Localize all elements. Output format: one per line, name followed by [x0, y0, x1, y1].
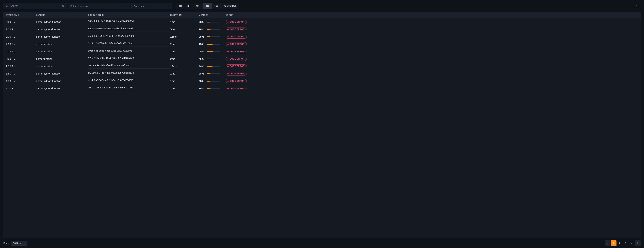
cell-memory: 28%: [199, 28, 226, 31]
memory-bar: [207, 73, 220, 74]
error-type-dropdown[interactable]: Error type: [132, 3, 172, 10]
cell-lambda: demo-python-function: [36, 21, 88, 24]
cell-execution-id: 4fddb0a5-349a-45a2-b0ae-5c033d60d8f5: [88, 79, 170, 83]
error-badge[interactable]: CODE ERROR: [226, 28, 247, 31]
error-badge[interactable]: CODE ERROR: [226, 35, 247, 39]
error-badge-label: CODE ERROR: [230, 87, 244, 90]
error-dot-icon: [228, 51, 228, 52]
cell-lambda: demo-python-function: [36, 80, 88, 83]
clear-search-icon[interactable]: [62, 5, 64, 8]
page-prev-button[interactable]: [605, 240, 610, 246]
col-error: ERROR: [226, 14, 638, 16]
svg-point-0: [6, 5, 8, 7]
error-badge[interactable]: CODE ERROR: [226, 20, 247, 24]
table-row[interactable]: 2:09 PMdemo-python-function8ac58f84-8ccc…: [3, 26, 641, 33]
table-row[interactable]: 2:09 PMdemo-python-function360840a1-0d46…: [3, 33, 641, 41]
rows-per-page-dropdown[interactable]: 10 Rows: [11, 240, 27, 246]
error-badge-label: CODE ERROR: [230, 50, 244, 53]
cell-memory: 45%: [199, 57, 226, 60]
search-input[interactable]: [10, 5, 60, 8]
cell-start-time: 1:50 PM: [6, 72, 36, 75]
time-range-custom1d[interactable]: Custom(1d): [221, 3, 239, 9]
memory-bar: [207, 81, 220, 82]
table-row[interactable]: 2:09 PMdemo-function10c7c34f-03bf-43ff-9…: [3, 63, 641, 70]
col-start-time: START TIME: [6, 14, 36, 16]
table-body: 2:09 PMdemo-python-function903a6bbd-c0e7…: [3, 18, 641, 238]
table-row[interactable]: 1:50 PMdemo-python-function4fddb0a5-349a…: [3, 77, 641, 85]
memory-bar: [207, 66, 220, 67]
cell-execution-id: a0cb7ddd-d284-4a96-aa98-861caf703a38: [88, 86, 170, 91]
error-badge-label: CODE ERROR: [230, 36, 244, 38]
cell-lambda: demo-python-function: [36, 28, 88, 31]
col-duration: DURATION: [170, 14, 199, 16]
page-button-3[interactable]: 3: [623, 240, 628, 246]
time-range-12h[interactable]: 12H: [193, 3, 203, 9]
rows-per-page-value: 10 Rows: [13, 242, 22, 244]
error-badge-label: CODE ERROR: [230, 73, 244, 75]
time-range-1w[interactable]: 1W: [212, 3, 221, 9]
cell-start-time: 2:09 PM: [6, 57, 36, 60]
table-row[interactable]: 2:09 PMdemo-functiona0885f41-cd41-4a8f-b…: [3, 48, 641, 55]
memory-percent: 45%: [199, 50, 206, 53]
table-row[interactable]: 2:09 PMdemo-function11f3b12a-f086-4a2d-9…: [3, 41, 641, 48]
select-functions-label: Select functions: [70, 5, 88, 8]
cell-memory: 44%: [199, 65, 226, 68]
time-range-3h[interactable]: 3H: [185, 3, 193, 9]
cell-memory: 45%: [199, 43, 226, 46]
error-badge[interactable]: CODE ERROR: [226, 50, 247, 53]
refresh-button[interactable]: [635, 3, 641, 9]
search-icon: [5, 5, 8, 8]
page-next-button[interactable]: [635, 240, 641, 246]
cell-lambda: demo-python-function: [36, 35, 88, 38]
error-badge[interactable]: CODE ERROR: [226, 57, 247, 61]
error-dot-icon: [228, 88, 228, 89]
table-row[interactable]: 1:50 PMdemo-python-functiondf91c45e-37be…: [3, 70, 641, 77]
cell-memory: 28%: [199, 21, 226, 24]
cell-start-time: 2:09 PM: [6, 28, 36, 31]
refresh-icon: [636, 4, 640, 8]
memory-bar: [207, 88, 220, 89]
page-button-1[interactable]: 1: [611, 240, 616, 246]
memory-percent: 28%: [199, 21, 206, 24]
col-execution-id: EXECUTION ID: [88, 14, 170, 16]
page-button-4[interactable]: 4: [629, 240, 634, 246]
error-badge[interactable]: CODE ERROR: [226, 64, 247, 68]
cell-execution-id: 11f3b12a-f086-4a2d-9a9a-609e343146f4: [88, 42, 170, 47]
cell-execution-id: 903a6bbd-c0e7-4044-86b7-efd72c46630d: [88, 20, 170, 24]
error-badge[interactable]: CODE ERROR: [226, 87, 247, 90]
error-dot-icon: [228, 73, 228, 74]
cell-execution-id: 128c7bbb-b605-4854-9687-528d418a45c1: [88, 57, 170, 61]
cell-duration: 27ms: [170, 65, 199, 68]
error-badge[interactable]: CODE ERROR: [226, 79, 247, 83]
cell-memory: 28%: [199, 87, 226, 90]
time-range-group: 1H3H12H1D1WCustom(1d): [176, 3, 239, 10]
table-row[interactable]: 1:50 PMdemo-python-functiona0cb7ddd-d284…: [3, 85, 641, 92]
page-button-2[interactable]: 2: [617, 240, 622, 246]
cell-memory: 28%: [199, 72, 226, 75]
error-badge[interactable]: CODE ERROR: [226, 72, 247, 76]
errors-table: START TIME LAMBDA EXECUTION ID DURATION …: [3, 12, 641, 238]
time-range-1d[interactable]: 1D: [203, 3, 212, 9]
cell-execution-id: a0885f41-cd41-4a8f-b0a1-cca0f792ed08: [88, 49, 170, 54]
table-row[interactable]: 2:09 PMdemo-python-function903a6bbd-c0e7…: [3, 18, 641, 26]
cell-lambda: demo-python-function: [36, 87, 88, 90]
memory-percent: 28%: [199, 28, 206, 31]
error-badge-label: CODE ERROR: [230, 65, 244, 68]
cell-duration: 15ms: [170, 35, 199, 38]
chevron-left-icon: [606, 242, 608, 244]
pagination: 1234: [605, 240, 641, 246]
memory-bar: [207, 36, 220, 37]
select-functions-dropdown[interactable]: Select functions: [68, 3, 130, 10]
error-badge[interactable]: CODE ERROR: [226, 42, 247, 46]
cell-start-time: 2:09 PM: [6, 35, 36, 38]
table-row[interactable]: 2:09 PMdemo-function128c7bbb-b605-4854-9…: [3, 55, 641, 63]
cell-execution-id: 8ac58f84-8ccc-4d9a-ba7a-f82db6adaa1d: [88, 27, 170, 32]
memory-bar: [207, 29, 220, 30]
error-dot-icon: [228, 66, 228, 67]
memory-percent: 28%: [199, 72, 206, 75]
error-badge-label: CODE ERROR: [230, 58, 244, 60]
search-field[interactable]: [3, 3, 67, 10]
cell-error: CODE ERROR: [226, 35, 638, 39]
time-range-1h[interactable]: 1H: [176, 3, 185, 9]
memory-bar: [207, 51, 220, 52]
